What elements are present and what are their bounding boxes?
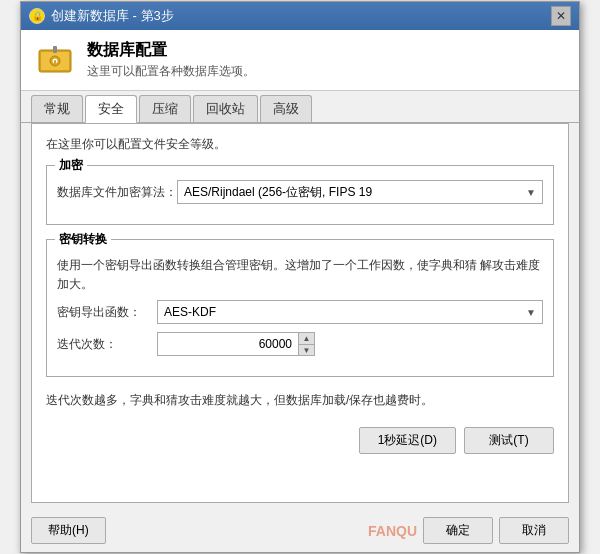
title-bar-left: 🔒 创建新数据库 - 第3步 (29, 7, 174, 25)
close-button[interactable]: ✕ (551, 6, 571, 26)
algorithm-dropdown-arrow: ▼ (526, 187, 536, 198)
spinner-down-button[interactable]: ▼ (299, 345, 314, 356)
iterations-row: 迭代次数： ▲ ▼ (57, 332, 543, 356)
tab-compress[interactable]: 压缩 (139, 95, 191, 122)
spinner-buttons: ▲ ▼ (298, 333, 314, 355)
kdf-group-title: 密钥转换 (55, 231, 111, 248)
test-button[interactable]: 测试(T) (464, 427, 554, 454)
header-text: 数据库配置 这里可以配置各种数据库选项。 (87, 40, 255, 80)
encryption-group-title: 加密 (55, 157, 87, 174)
encryption-group: 加密 数据库文件加密算法： AES/Rijndael (256-位密钥, FIP… (46, 165, 554, 225)
kdf-value: AES-KDF (164, 305, 216, 319)
svg-rect-5 (54, 60, 56, 64)
help-button[interactable]: 帮助(H) (31, 517, 106, 544)
dialog-window: 🔒 创建新数据库 - 第3步 ✕ 数据库配置 这里可以配置各种数据库选项。 常规… (20, 1, 580, 553)
content-panel: 在这里你可以配置文件安全等级。 加密 数据库文件加密算法： AES/Rijnda… (31, 123, 569, 503)
header-title: 数据库配置 (87, 40, 255, 61)
tabs-row: 常规 安全 压缩 回收站 高级 (21, 91, 579, 123)
header-icon (35, 40, 75, 80)
kdf-select[interactable]: AES-KDF ▼ (157, 300, 543, 324)
kdf-label: 密钥导出函数： (57, 304, 157, 321)
action-buttons: 1秒延迟(D) 测试(T) (46, 427, 554, 454)
kdf-group: 密钥转换 使用一个密钥导出函数转换组合管理密钥。这增加了一个工作因数，使字典和猜… (46, 239, 554, 377)
svg-rect-3 (53, 46, 57, 53)
algorithm-select[interactable]: AES/Rijndael (256-位密钥, FIPS 19 ▼ (177, 180, 543, 204)
footer-right-buttons: FANQU 确定 取消 (368, 517, 569, 544)
kdf-group-content: 使用一个密钥导出函数转换组合管理密钥。这增加了一个工作因数，使字典和猜 解攻击难… (57, 248, 543, 356)
ok-button[interactable]: 确定 (423, 517, 493, 544)
kdf-description: 使用一个密钥导出函数转换组合管理密钥。这增加了一个工作因数，使字典和猜 解攻击难… (57, 256, 543, 294)
algorithm-value: AES/Rijndael (256-位密钥, FIPS 19 (184, 184, 372, 201)
iterations-input[interactable] (158, 333, 298, 355)
tab-general[interactable]: 常规 (31, 95, 83, 122)
content-description: 在这里你可以配置文件安全等级。 (46, 136, 554, 153)
watermark-text: FANQU (368, 523, 417, 539)
spinner-up-button[interactable]: ▲ (299, 333, 314, 345)
kdf-control: AES-KDF ▼ (157, 300, 543, 324)
tab-advanced[interactable]: 高级 (260, 95, 312, 122)
algorithm-row: 数据库文件加密算法： AES/Rijndael (256-位密钥, FIPS 1… (57, 180, 543, 204)
iterations-input-wrap: ▲ ▼ (157, 332, 315, 356)
footer: 帮助(H) FANQU 确定 取消 (21, 511, 579, 552)
title-text: 创建新数据库 - 第3步 (51, 7, 174, 25)
iterations-label: 迭代次数： (57, 336, 157, 353)
algorithm-label: 数据库文件加密算法： (57, 184, 177, 201)
title-icon: 🔒 (29, 8, 45, 24)
tab-security[interactable]: 安全 (85, 95, 137, 123)
tab-recycle[interactable]: 回收站 (193, 95, 258, 122)
algorithm-control: AES/Rijndael (256-位密钥, FIPS 19 ▼ (177, 180, 543, 204)
header-section: 数据库配置 这里可以配置各种数据库选项。 (21, 30, 579, 91)
delay-button[interactable]: 1秒延迟(D) (359, 427, 456, 454)
title-icon-symbol: 🔒 (32, 11, 43, 21)
cancel-button[interactable]: 取消 (499, 517, 569, 544)
kdf-row: 密钥导出函数： AES-KDF ▼ (57, 300, 543, 324)
watermark: FANQU (368, 523, 417, 539)
bottom-description: 迭代次数越多，字典和猜攻击难度就越大，但数据库加载/保存也越费时。 (46, 391, 554, 410)
iterations-control: ▲ ▼ (157, 332, 543, 356)
kdf-dropdown-arrow: ▼ (526, 307, 536, 318)
title-bar: 🔒 创建新数据库 - 第3步 ✕ (21, 2, 579, 30)
header-subtitle: 这里可以配置各种数据库选项。 (87, 63, 255, 80)
